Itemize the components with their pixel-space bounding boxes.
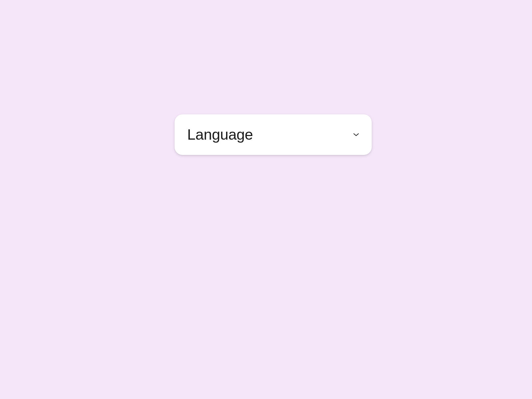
language-dropdown[interactable]: Language — [175, 114, 372, 155]
dropdown-label: Language — [187, 126, 253, 143]
chevron-down-icon — [353, 132, 359, 138]
